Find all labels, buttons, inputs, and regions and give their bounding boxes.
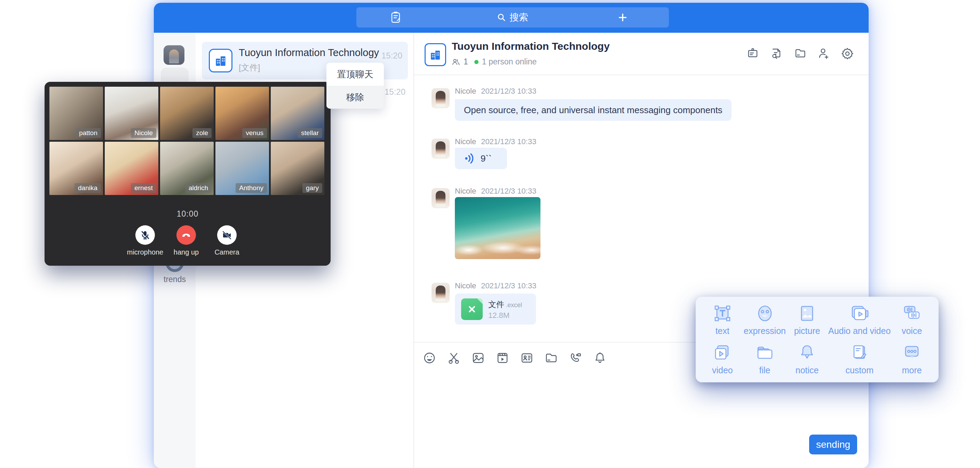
participant-tile[interactable]: danika: [49, 142, 103, 195]
participant-tile[interactable]: aldrich: [160, 142, 214, 195]
picture-icon: [797, 303, 817, 323]
excel-file-icon: [461, 299, 483, 320]
add-button[interactable]: +: [614, 10, 631, 26]
sender-name: Nicole: [455, 187, 476, 195]
feature-more[interactable]: more: [902, 343, 922, 375]
chat-subtitle: 1 1 person online: [452, 57, 537, 67]
message-text: Open source, free, and universal instant…: [464, 105, 722, 116]
more-icon: [902, 343, 921, 363]
participant-tile[interactable]: stellar: [271, 87, 325, 140]
user-avatar[interactable]: [164, 45, 185, 65]
participant-name: stellar: [298, 128, 322, 138]
microphone-toggle-button[interactable]: [135, 225, 155, 245]
microphone-label: microphone: [127, 248, 164, 256]
settings-gear-icon[interactable]: [840, 46, 855, 61]
participant-name: venus: [242, 128, 267, 138]
search-placeholder: 搜索: [509, 11, 528, 24]
participant-name: gary: [302, 183, 322, 193]
participant-name: danika: [75, 183, 101, 193]
voice-icon: [902, 303, 922, 323]
image-message-beach[interactable]: [455, 197, 541, 259]
feature-picture[interactable]: picture: [794, 303, 820, 336]
send-button[interactable]: sending: [809, 434, 857, 454]
feature-video[interactable]: video: [712, 343, 733, 375]
camera-control: Camera: [199, 225, 255, 256]
feature-label: video: [712, 365, 733, 375]
group-notice-icon[interactable]: [745, 46, 760, 61]
notification-bell-icon[interactable]: [592, 350, 608, 366]
participant-name: Anthony: [235, 183, 267, 193]
message-meta: Nicole2021/12/3 10:33: [455, 281, 536, 291]
sender-name: Nicole: [455, 87, 476, 96]
message-meta: Nicole2021/12/3 10:33: [455, 137, 536, 146]
contact-card-icon[interactable]: [519, 350, 535, 366]
feature-label: voice: [902, 326, 922, 336]
voice-duration: 9``: [480, 153, 492, 164]
feature-file[interactable]: file: [755, 343, 775, 375]
search-bar[interactable]: 搜索 +: [356, 7, 669, 27]
participant-tile[interactable]: venus: [215, 87, 269, 140]
conversation-title: Tuoyun Information Technology: [239, 47, 379, 59]
online-dot: [474, 60, 479, 64]
screenshot-scissors-icon[interactable]: [446, 350, 461, 366]
video-icon: [713, 343, 732, 363]
camera-toggle-button[interactable]: [217, 225, 237, 245]
hang-up-button[interactable]: [177, 225, 196, 245]
picture-icon[interactable]: [471, 350, 486, 366]
feature-label: notice: [795, 365, 819, 375]
feature-notice[interactable]: notice: [795, 343, 819, 375]
feature-custom[interactable]: custom: [845, 343, 873, 375]
participant-name: ernest: [131, 183, 156, 193]
app-screenshot: 搜索 + trends: [0, 0, 980, 468]
feature-audio-video[interactable]: Audio and video: [828, 303, 891, 336]
message-time: 2021/12/3 10:33: [481, 137, 536, 146]
notice-icon: [797, 343, 817, 363]
chat-title: Tuoyun Information Technology: [452, 40, 610, 52]
file-folder-icon[interactable]: [544, 350, 559, 366]
hang-up-phone-icon: [181, 230, 192, 241]
feature-voice[interactable]: voice: [902, 303, 922, 336]
add-member-icon[interactable]: [816, 46, 831, 61]
avatar[interactable]: [431, 139, 450, 159]
sender-name: Nicole: [455, 137, 476, 146]
menu-item-remove[interactable]: 移除: [326, 86, 384, 109]
participant-tile[interactable]: patton: [49, 87, 103, 140]
group-files-icon[interactable]: [793, 46, 807, 61]
participant-name: Nicole: [131, 128, 156, 138]
participant-name: patton: [76, 128, 101, 138]
audio-video-icon: [849, 303, 870, 323]
participant-tile[interactable]: Anthony: [215, 142, 269, 195]
video-clip-icon[interactable]: [495, 350, 510, 366]
voice-waves-icon: [464, 153, 475, 165]
avatar[interactable]: [431, 283, 450, 303]
menu-item-pin-chat[interactable]: 置顶聊天: [326, 63, 384, 86]
emoji-icon[interactable]: [422, 350, 437, 366]
text-message-bubble[interactable]: Open source, free, and universal instant…: [455, 99, 732, 121]
call-timer: 10:00: [45, 209, 331, 219]
video-call-overlay: patton Nicole zole venus stellar danika …: [45, 82, 331, 266]
participant-tile[interactable]: zole: [160, 87, 214, 140]
participant-tile[interactable]: gary: [271, 142, 325, 195]
voice-message-bubble[interactable]: 9``: [455, 148, 507, 169]
message-time: 2021/12/3 10:33: [481, 281, 536, 290]
feature-expression[interactable]: expression: [744, 303, 786, 336]
avatar[interactable]: [431, 88, 450, 108]
file-icon: [755, 343, 775, 363]
chat-group-icon: [425, 43, 446, 66]
participant-tile[interactable]: Nicole: [105, 87, 158, 140]
participant-grid: patton Nicole zole venus stellar danika …: [49, 87, 326, 195]
file-message-card[interactable]: 文件.excel 12.8M: [455, 294, 536, 324]
file-size: 12.8M: [488, 311, 509, 320]
message-meta: Nicole2021/12/3 10:33: [455, 187, 536, 196]
message-meta: Nicole2021/12/3 10:33: [455, 87, 536, 96]
building-icon: [429, 48, 442, 61]
participant-tile[interactable]: ernest: [105, 142, 158, 195]
message-time: 2021/12/3 10:33: [481, 187, 536, 195]
avatar[interactable]: [431, 188, 450, 208]
feature-text[interactable]: text: [713, 303, 732, 336]
conversation-context-menu: 置顶聊天 移除: [326, 63, 384, 109]
camera-off-icon: [222, 230, 232, 240]
conversation-time: 15:20: [382, 51, 402, 61]
video-call-icon[interactable]: [568, 350, 583, 366]
chat-history-search-icon[interactable]: [769, 46, 784, 61]
